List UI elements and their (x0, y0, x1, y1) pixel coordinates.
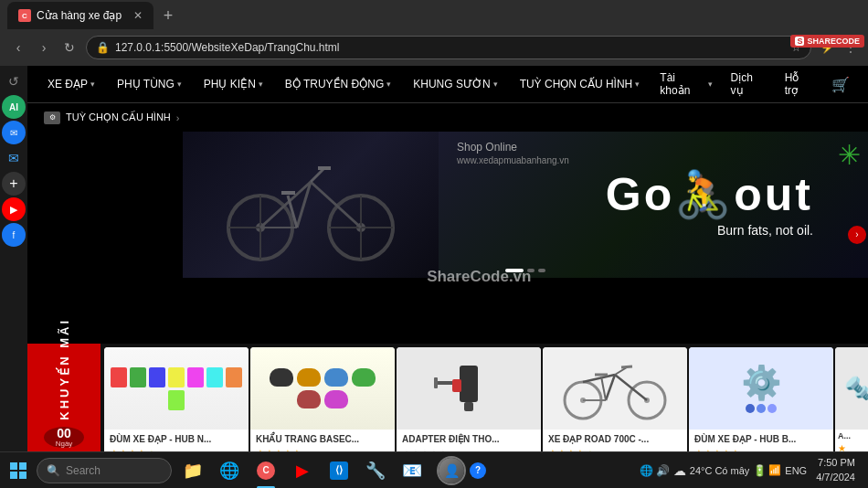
taskbar-explorer[interactable]: 📁 (175, 452, 210, 489)
tab-bar: C Cửa hàng xe đạp ✕ + (0, 0, 868, 31)
weather-text: 24°C Có mây (690, 465, 750, 476)
svg-line-9 (311, 182, 361, 228)
misc2-icon: 📧 (402, 461, 422, 481)
edge-icon: 🌐 (219, 461, 239, 481)
nav-phu-kien[interactable]: PHỤ KIỆN ▾ (193, 66, 274, 102)
search-text: Search (66, 464, 101, 477)
goout-text: Go🚴out Burn fats, not oil. (606, 172, 813, 238)
speaker-icon[interactable]: 🔊 (656, 464, 670, 477)
mail-icon[interactable]: ✉ (2, 146, 26, 170)
misc1-icon: 🔧 (365, 461, 386, 481)
product-img-3 (543, 347, 687, 430)
taskbar-search[interactable]: 🔍 Search (37, 458, 172, 483)
nav-phu-tung[interactable]: PHỤ TÙNG ▾ (106, 66, 193, 102)
taskbar-vscode[interactable]: ⟨⟩ (322, 452, 356, 489)
battery-icon: 🔋 (753, 464, 767, 477)
new-tab-button[interactable]: + (157, 5, 179, 27)
youtube-taskbar-icon: ▶ (296, 461, 309, 481)
countdown-days-label: Ngày (56, 440, 73, 448)
svg-rect-33 (10, 462, 17, 470)
network-icon[interactable]: 🌐 (640, 464, 653, 477)
taskbar-coccoc[interactable]: C (249, 452, 283, 489)
taskbar-help[interactable]: ? (470, 462, 486, 479)
website-content: XE ĐẠP ▾ PHỤ TÙNG ▾ PHỤ KIỆN ▾ BỘ TRUYỀN… (27, 66, 868, 488)
taskbar-misc1[interactable]: 🔧 (358, 452, 393, 489)
svg-line-29 (615, 367, 627, 375)
nav-chevron-0: ▾ (90, 80, 95, 89)
forward-button[interactable]: › (33, 37, 55, 58)
cart-button[interactable]: 🛒 (822, 66, 859, 102)
nav-chevron-5: ▾ (635, 80, 640, 89)
out-text: out (734, 169, 813, 220)
nav-chevron-2: ▾ (259, 80, 263, 89)
battery-area: 🔋 📶 (753, 464, 781, 477)
virus-decoration: ✳ (838, 139, 861, 171)
bike-inline: 🚴 (674, 169, 734, 220)
language-label[interactable]: ENG (785, 465, 807, 476)
time-display: 7:50 PM (816, 456, 855, 470)
hero-bike-image (183, 132, 439, 278)
shop-online-text: Shop Online www.xedapmuabanhang.vn (457, 141, 569, 166)
hub-emoji: ⚙️ (741, 364, 782, 402)
nav-chevron-3: ▾ (386, 80, 391, 89)
road-bike-svg (556, 356, 674, 420)
history-icon[interactable]: ↺ (2, 69, 26, 93)
taskbar-youtube[interactable]: ▶ (285, 452, 320, 489)
messenger-icon[interactable]: ✉ (2, 121, 26, 144)
svg-line-27 (606, 375, 615, 400)
refresh-button[interactable]: ↻ (58, 37, 80, 58)
nav-tuy-chon[interactable]: TUỲ CHỌN CẤU HÌNH ▾ (509, 66, 651, 102)
svg-line-26 (615, 375, 647, 400)
hero-promo-area: Shop Online www.xedapmuabanhang.vn ✳ Go🚴… (27, 132, 868, 344)
back-button[interactable]: ‹ (7, 37, 29, 58)
ai-icon[interactable]: AI (2, 95, 26, 119)
product-img-2 (397, 347, 541, 430)
svg-rect-17 (452, 379, 461, 392)
start-button[interactable] (0, 452, 37, 489)
svg-rect-20 (464, 402, 473, 411)
nav-chevron-4: ▾ (493, 80, 498, 89)
svg-rect-16 (460, 366, 478, 402)
tab-close-button[interactable]: ✕ (133, 9, 143, 22)
nav-khung-suon[interactable]: KHUNG SƯỜN ▾ (402, 66, 508, 102)
slider-dot-1 (527, 269, 535, 272)
slider-dot-active (505, 269, 524, 272)
svg-rect-34 (19, 462, 26, 470)
windows-logo (10, 462, 26, 479)
nav-bo-truyen-dong[interactable]: BỘ TRUYỀN ĐỘNG ▾ (274, 66, 402, 102)
cart-icon: 🛒 (831, 76, 850, 93)
add-sidebar-button[interactable]: + (2, 172, 26, 196)
active-tab[interactable]: C Cửa hàng xe đạp ✕ (7, 2, 153, 29)
product-img-0 (104, 347, 249, 430)
main-nav: XE ĐẠP ▾ PHỤ TÙNG ▾ PHỤ KIỆN ▾ BỘ TRUYỀN… (27, 66, 868, 102)
countdown-days-num: 00 (57, 427, 71, 440)
nav-account[interactable]: Tài khoản ▾ (651, 66, 721, 102)
promo-label-vertical: KHUYẾN MÃI (58, 318, 71, 420)
nav-xe-dap[interactable]: XE ĐẠP ▾ (37, 66, 106, 102)
svg-line-12 (311, 168, 324, 182)
youtube-icon[interactable]: ▶ (2, 197, 26, 221)
sharecode-logo: S SHARECODE (790, 35, 864, 48)
facebook-icon[interactable]: f (2, 223, 26, 247)
hero-subtitle: Burn fats, not oil. (606, 223, 813, 238)
sub-nav-tuy-chon[interactable]: ⚙ TUỲ CHỌN CẤU HÌNH › (37, 111, 186, 124)
product-name-0: ĐÙM XE ĐẠP - HUB N... (104, 430, 249, 447)
taskbar-right: 🌐 🔊 ☁ 24°C Có mây 🔋 📶 ENG 7:50 PM 4/7/20… (640, 456, 868, 484)
taskbar-edge[interactable]: 🌐 (212, 452, 247, 489)
address-bar-row: ‹ › ↻ 🔒 127.0.0.1:5500/WebsiteXeDap/Tran… (0, 31, 868, 64)
help-icon: ? (470, 462, 486, 479)
url-text: 127.0.0.1:5500/WebsiteXeDap/TrangChu.htm… (115, 41, 786, 54)
nav-chevron-1: ▾ (177, 80, 182, 89)
address-bar[interactable]: 🔒 127.0.0.1:5500/WebsiteXeDap/TrangChu.h… (86, 36, 811, 59)
taskbar-misc2[interactable]: 📧 (395, 452, 429, 489)
coccoc-taskbar-icon: C (257, 461, 275, 480)
wifi-icon: 📶 (768, 464, 781, 476)
user-avatar: 👤 (437, 456, 466, 485)
tab-favicon: C (18, 9, 31, 22)
hero-banner: Shop Online www.xedapmuabanhang.vn ✳ Go🚴… (183, 132, 868, 278)
nav-support[interactable]: Hỗ trợ (776, 66, 822, 102)
vscode-icon: ⟨⟩ (330, 461, 348, 480)
countdown-days: 00 Ngày (44, 427, 84, 448)
svg-rect-18 (437, 381, 452, 385)
nav-service[interactable]: Dịch vụ (722, 66, 776, 102)
